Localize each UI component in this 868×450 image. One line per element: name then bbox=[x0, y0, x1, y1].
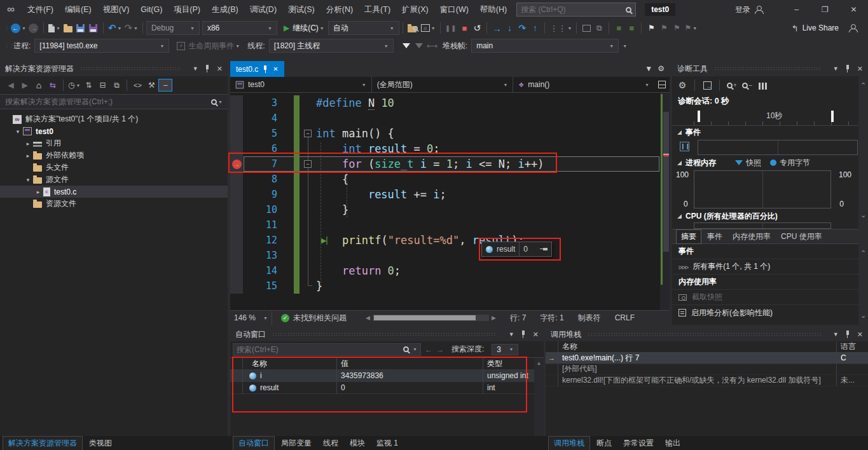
zoom-out-icon[interactable]: – bbox=[741, 78, 754, 92]
scroll-up-icon[interactable]: ⌃ bbox=[858, 249, 868, 257]
pin-icon[interactable] bbox=[845, 331, 851, 338]
tree-item-test0c[interactable]: ▸ c test0.c bbox=[0, 186, 228, 198]
close-icon[interactable]: ✕ bbox=[217, 65, 223, 73]
scroll-up-icon[interactable]: ▲ bbox=[534, 360, 544, 366]
breakpoint-margin[interactable] bbox=[230, 187, 243, 202]
stack-frame-row-external[interactable]: [外部代码] bbox=[546, 364, 868, 376]
se-collapse-all-icon[interactable]: ⊟ bbox=[95, 78, 109, 92]
live-share-button[interactable]: ↰Live Share bbox=[790, 21, 840, 35]
undo-button[interactable]: ↶▼ bbox=[107, 21, 123, 35]
break-all-button[interactable]: ❚❚ bbox=[444, 21, 458, 35]
prev-bookmark-button[interactable]: ⚑ bbox=[658, 21, 670, 35]
cpu-section-header[interactable]: CPU (所有处理器的百分比) bbox=[672, 210, 868, 222]
code-area[interactable]: 3 #define N 10 4 5 int main() { 6 int re… bbox=[230, 93, 670, 310]
autos-row-i[interactable]: i 3435973836 unsigned int bbox=[230, 370, 544, 382]
column-value[interactable]: 值 bbox=[337, 358, 483, 369]
editor-tab-test0c[interactable]: test0.c ✕ bbox=[230, 61, 284, 77]
take-snapshot-button[interactable]: 截取快照 bbox=[672, 290, 868, 305]
search-prev-icon[interactable]: ← bbox=[425, 345, 432, 354]
thread-dropdown[interactable]: [1820] 主线程▼ bbox=[269, 39, 394, 53]
tab-list-dropdown-icon[interactable]: ▼ bbox=[645, 64, 652, 73]
collapsed-arrow-icon[interactable]: ▸ bbox=[23, 153, 33, 159]
nav-scope-dropdown[interactable]: (全局范围)▼ bbox=[372, 77, 514, 92]
close-icon[interactable]: ✕ bbox=[273, 65, 278, 72]
fold-collapse-icon[interactable] bbox=[304, 130, 312, 137]
pin-icon[interactable] bbox=[263, 65, 268, 73]
close-icon[interactable]: ✕ bbox=[857, 65, 863, 73]
solution-search-input[interactable] bbox=[5, 97, 211, 106]
cpu-chart-plot[interactable] bbox=[694, 222, 831, 229]
breakpoint-margin[interactable] bbox=[230, 263, 243, 278]
run-to-click-icon[interactable] bbox=[321, 233, 332, 248]
autos-scrollbar[interactable]: ▲ bbox=[534, 358, 544, 436]
tree-item-header-files[interactable]: 头文件 bbox=[0, 161, 228, 174]
menu-view[interactable]: 视图(V) bbox=[97, 0, 135, 19]
se-copy-icon[interactable]: ⧉ bbox=[109, 78, 123, 92]
stack-frame-row-kernel32[interactable]: kernel32.dll![下面的框架可能不正确和/或缺失，没有为 kernel… bbox=[546, 375, 868, 386]
code-line-6[interactable]: 6 int result = 0; bbox=[230, 141, 670, 156]
code-line-9[interactable]: 9 result += i; bbox=[230, 187, 670, 202]
filter-threads-button[interactable] bbox=[400, 39, 413, 53]
editor-options-gear-icon[interactable]: ⚙ bbox=[658, 64, 665, 73]
step-over-button[interactable]: ↷ bbox=[516, 21, 528, 35]
all-events-link[interactable]: ⪧⪧⪧ 所有事件(1 个, 共 1 个) bbox=[672, 259, 868, 275]
events-lane-chart[interactable] bbox=[698, 140, 858, 155]
close-icon[interactable]: ✕ bbox=[857, 331, 863, 339]
menu-tools[interactable]: 工具(T) bbox=[359, 0, 396, 19]
stack-frame-row-main[interactable]: test0.exe!main(...) 行 7 C bbox=[546, 353, 868, 364]
code-line-8[interactable]: 8 { bbox=[230, 172, 670, 187]
debugger-data-tip[interactable]: result 0 bbox=[481, 242, 552, 257]
show-output-window-button[interactable]: ⌂▼ bbox=[420, 21, 437, 35]
search-dropdown-icon[interactable]: ▼ bbox=[413, 347, 417, 351]
se-properties-wrench-icon[interactable]: ⚒ bbox=[144, 78, 158, 92]
window-position-dropdown-icon[interactable]: ▼ bbox=[193, 65, 198, 72]
export-report-icon[interactable] bbox=[701, 78, 713, 92]
close-icon[interactable]: ✕ bbox=[533, 331, 539, 339]
scroll-right-arrow-icon[interactable]: ▶ bbox=[492, 315, 496, 321]
close-button[interactable]: ✕ bbox=[839, 0, 868, 19]
tab-modules[interactable]: 模块 bbox=[345, 437, 370, 450]
code-line-4[interactable]: 4 bbox=[230, 111, 670, 126]
code-line-7[interactable]: 7 for (size_t i = 1; i <= N; i++) bbox=[230, 156, 670, 172]
attach-mode-dropdown[interactable]: 自动▼ bbox=[328, 21, 399, 35]
breakpoint-margin[interactable] bbox=[230, 217, 243, 233]
autos-search-input[interactable] bbox=[237, 345, 401, 354]
autos-row-result[interactable]: result 0 int bbox=[230, 382, 544, 394]
column-name[interactable]: 名称 bbox=[243, 358, 337, 369]
diagnostics-scrollbar[interactable]: ⌃ ⌄ ⌃ ⌄ bbox=[858, 76, 868, 325]
open-file-button[interactable] bbox=[62, 21, 74, 35]
tab-breakpoints[interactable]: 断点 bbox=[591, 437, 617, 450]
search-options-dropdown-icon[interactable]: ▼ bbox=[218, 100, 223, 104]
debugbar-grip[interactable]: ⋮⋮ bbox=[4, 44, 8, 48]
tab-solution-explorer[interactable]: 解决方案资源管理器 bbox=[3, 436, 83, 450]
hscroll-thumb[interactable] bbox=[374, 315, 476, 320]
feedback-person-icon[interactable] bbox=[846, 21, 859, 35]
nav-member-dropdown[interactable]: ❖ main()▼ bbox=[513, 77, 654, 92]
toggle-current-thread-button[interactable]: ⟷ bbox=[425, 39, 439, 53]
fold-collapse-icon[interactable] bbox=[304, 160, 312, 168]
stack-frame-dropdown[interactable]: main▼ bbox=[471, 39, 619, 53]
toolbar-grip[interactable]: ⋮⋮ bbox=[4, 26, 8, 31]
code-line-12[interactable]: 12 printf("result=%d", result); bbox=[230, 233, 670, 248]
zoom-in-icon[interactable]: + bbox=[726, 78, 738, 92]
project-chip[interactable]: test0 bbox=[645, 3, 675, 16]
breakpoint-margin[interactable] bbox=[230, 126, 243, 141]
search-depth-dropdown[interactable]: 3▼ bbox=[492, 344, 518, 355]
clear-bookmarks-button[interactable]: ⚑▼ bbox=[683, 21, 698, 35]
tree-item-references[interactable]: ▸ 引用 bbox=[0, 137, 228, 149]
breakpoint-margin[interactable] bbox=[230, 95, 243, 111]
code-line-14[interactable]: 14 return 0; bbox=[230, 263, 670, 278]
timeline-start-marker[interactable] bbox=[698, 111, 700, 122]
tab-cpu-usage[interactable]: CPU 使用率 bbox=[776, 230, 827, 243]
pin-icon[interactable] bbox=[845, 65, 851, 72]
save-all-button[interactable] bbox=[87, 21, 100, 35]
solution-configuration-dropdown[interactable]: Debug▼ bbox=[146, 21, 200, 35]
search-next-icon[interactable]: → bbox=[436, 345, 444, 354]
scroll-up-icon[interactable]: ⌃ bbox=[858, 81, 868, 90]
split-editor-button[interactable] bbox=[658, 81, 666, 88]
code-line-3[interactable]: 3 #define N 10 bbox=[230, 95, 670, 111]
se-sync-active-document-icon[interactable]: ⇆ bbox=[46, 78, 60, 92]
menu-window[interactable]: 窗口(W) bbox=[434, 0, 474, 19]
navigate-forward-button[interactable]: → bbox=[27, 21, 40, 35]
menu-project[interactable]: 项目(P) bbox=[168, 0, 206, 19]
